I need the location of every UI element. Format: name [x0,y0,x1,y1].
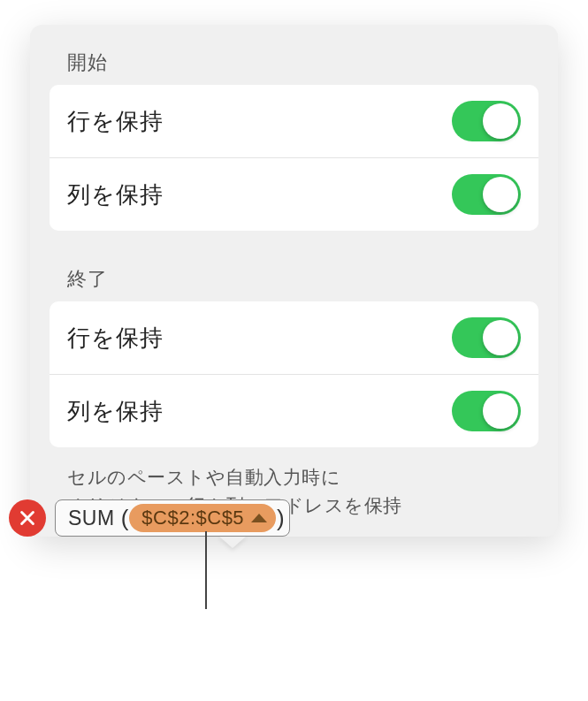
formula-bar: SUM ( $C$2:$C$5 ) [9,497,579,539]
range-text: $C$2:$C$5 [141,507,244,530]
row-label: 列を保持 [67,179,164,210]
callout-line [205,531,207,609]
function-name: SUM [59,507,120,530]
open-paren: ( [120,505,130,532]
start-section-group: 行を保持 列を保持 [50,85,538,231]
toggle-knob [483,177,518,212]
close-icon [18,508,37,528]
range-reference-token[interactable]: $C$2:$C$5 [129,504,276,532]
chevron-up-icon [251,514,267,522]
end-section-group: 行を保持 列を保持 [50,301,538,447]
help-line-1: セルのペーストや自動入力時に [67,463,521,491]
cancel-button[interactable] [9,499,46,537]
start-section-header: 開始 [50,46,538,85]
row-label: 行を保持 [67,323,164,354]
reference-settings-popover: 開始 行を保持 列を保持 終了 行を保持 列を保持 [30,25,558,537]
toggle-knob [483,103,518,139]
start-preserve-row-toggle[interactable] [452,101,521,141]
end-preserve-row-toggle[interactable] [452,317,521,358]
start-preserve-row: 行を保持 [50,85,538,157]
toggle-knob [483,320,518,355]
end-preserve-column: 列を保持 [50,374,538,447]
start-preserve-column-toggle[interactable] [452,174,521,215]
formula-editor[interactable]: SUM ( $C$2:$C$5 ) [55,499,290,537]
row-label: 行を保持 [67,106,164,137]
close-paren: ) [276,505,286,532]
start-preserve-column: 列を保持 [50,157,538,231]
toggle-knob [483,393,518,429]
end-section-header: 終了 [50,263,538,301]
end-preserve-row: 行を保持 [50,301,538,374]
row-label: 列を保持 [67,396,164,427]
end-preserve-column-toggle[interactable] [452,391,521,431]
